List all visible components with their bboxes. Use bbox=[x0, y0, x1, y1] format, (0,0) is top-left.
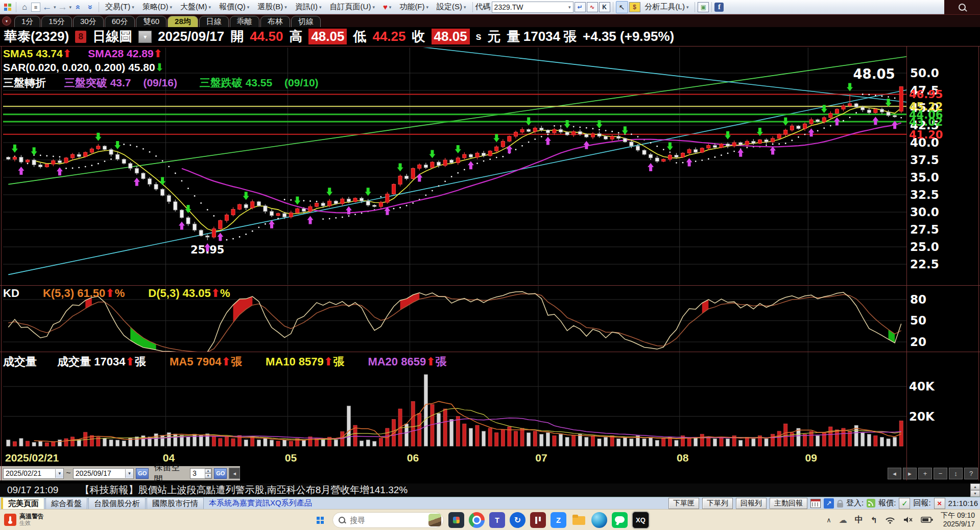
login-status-icon[interactable] bbox=[867, 499, 875, 508]
tab-15min[interactable]: 15分 bbox=[41, 16, 72, 27]
date-from-combo[interactable]: 2025/02/21▾ bbox=[3, 468, 64, 479]
order-row-button[interactable]: 下單列 bbox=[702, 498, 733, 509]
menu-market[interactable]: 大盤(M)▾ bbox=[177, 1, 214, 13]
line-app-icon[interactable] bbox=[612, 512, 628, 528]
symbol-combo[interactable]: 2329.TW▾ bbox=[492, 2, 573, 13]
tab-1min[interactable]: 1分 bbox=[14, 16, 40, 27]
pen-input-icon[interactable]: ↰ bbox=[871, 515, 877, 525]
menu-stockpick[interactable]: 選股(B)▾ bbox=[254, 1, 291, 13]
expand-icon[interactable]: ↗ bbox=[824, 498, 834, 509]
fit-vertical-icon[interactable]: ↕ bbox=[949, 468, 963, 479]
sync-app-icon[interactable]: ↻ bbox=[510, 512, 525, 528]
tab-bollinger[interactable]: 布林 bbox=[260, 16, 290, 27]
help-icon[interactable]: ? bbox=[964, 468, 978, 479]
ticker-scrollbar[interactable]: ▲▼ bbox=[970, 483, 980, 497]
tab-trendline[interactable]: 切線 bbox=[291, 16, 321, 27]
buy-arrow-icon bbox=[506, 145, 512, 153]
corner-search[interactable] bbox=[944, 0, 980, 14]
menu-settings[interactable]: 設定(S)▾ bbox=[433, 1, 470, 13]
menu-analysis-tools[interactable]: 分析工具(L)▾ bbox=[641, 1, 692, 13]
order-box-button[interactable]: 下單匣 bbox=[668, 498, 699, 509]
facebook-icon[interactable]: f bbox=[714, 3, 724, 12]
start-icon[interactable] bbox=[313, 513, 328, 528]
calendar-icon[interactable] bbox=[810, 499, 821, 508]
go-button[interactable]: GO bbox=[136, 468, 149, 479]
search-input[interactable] bbox=[349, 515, 417, 525]
report-row-button[interactable]: 回報列 bbox=[736, 498, 767, 509]
pan-left-icon[interactable]: ◂ bbox=[888, 468, 901, 479]
mini-chart-icon[interactable]: ∿ bbox=[587, 2, 598, 12]
tab-dual60[interactable]: 雙60 bbox=[136, 16, 166, 27]
edge-icon[interactable] bbox=[591, 512, 607, 528]
volume-muted-icon[interactable] bbox=[903, 516, 913, 524]
candle-body bbox=[456, 158, 460, 163]
menu-strategy[interactable]: 策略(D)▾ bbox=[139, 1, 176, 13]
tab-60min[interactable]: 60分 bbox=[105, 16, 135, 27]
weather-warning-widget[interactable]: 高溫警告 生效 bbox=[0, 513, 76, 526]
menu-trade[interactable]: 交易(T)▾ bbox=[102, 1, 138, 13]
date-to-combo[interactable]: 2025/09/17▾ bbox=[73, 468, 134, 479]
lock-icon[interactable] bbox=[837, 503, 843, 508]
kd-chart-canvas[interactable]: 805020 bbox=[0, 286, 980, 352]
monitor-icon[interactable]: ▣ bbox=[698, 2, 709, 12]
photos-app-icon[interactable] bbox=[448, 512, 464, 528]
back-caret-icon[interactable]: ▾ bbox=[54, 5, 56, 10]
xq-app-icon[interactable]: XQ bbox=[632, 512, 649, 528]
chrome-icon[interactable] bbox=[469, 512, 485, 528]
workspace-tab-intl[interactable]: 國際股市行情 bbox=[147, 497, 204, 509]
enter-icon[interactable]: ↵ bbox=[575, 2, 586, 12]
tab-menu-button[interactable]: ▾ bbox=[2, 16, 11, 26]
zoom-in-icon[interactable]: + bbox=[918, 468, 932, 479]
price-chart-canvas[interactable]: 50.047.545.042.540.037.535.032.530.027.5… bbox=[0, 47, 980, 286]
search-box[interactable] bbox=[332, 512, 444, 528]
reserve-space-stepper[interactable]: 3▲▼ bbox=[190, 468, 212, 479]
favorites-heart-icon[interactable]: ♥▾ bbox=[379, 2, 395, 12]
search-highlight-thumbnail[interactable] bbox=[428, 514, 441, 526]
page-down-icon[interactable]: » bbox=[85, 2, 96, 13]
news-ticker[interactable]: 09/17 21:09 【科技新報】股價站上波段高點遭列警示股,南亞科公布8月營… bbox=[0, 483, 980, 497]
wifi-icon[interactable] bbox=[885, 516, 895, 524]
app-grid-icon[interactable] bbox=[2, 2, 13, 13]
menu-quote[interactable]: 報價(Q)▾ bbox=[216, 1, 253, 13]
stocks-app-icon[interactable] bbox=[530, 512, 546, 528]
workspace-tab-tw-analysis[interactable]: 台股個股分析 bbox=[88, 497, 146, 509]
scroll-left-button[interactable]: ◂ bbox=[229, 468, 240, 479]
taskbar-clock[interactable]: 下午 09:10 2025/9/17 bbox=[941, 511, 975, 528]
page-list-icon[interactable]: ≡ bbox=[31, 3, 40, 12]
tab-30min[interactable]: 30分 bbox=[73, 16, 104, 27]
onedrive-cloud-icon[interactable]: ☁ bbox=[839, 515, 847, 525]
volume-chart-canvas[interactable]: 40K20K bbox=[0, 352, 980, 451]
battery-icon[interactable] bbox=[921, 516, 933, 523]
quote-ok-icon[interactable]: ✓ bbox=[899, 498, 910, 509]
forward-icon[interactable]: → bbox=[57, 2, 68, 13]
menu-function[interactable]: 功能(F)▾ bbox=[396, 1, 432, 13]
menu-custom-page[interactable]: 自訂頁面(U)▾ bbox=[326, 1, 378, 13]
folder-app-icon[interactable] bbox=[571, 512, 587, 528]
tab-28ma[interactable]: 28均 bbox=[168, 16, 198, 27]
forward-caret-icon[interactable]: ▾ bbox=[69, 5, 72, 10]
charttype-dropdown[interactable]: ▾ bbox=[138, 31, 152, 43]
workspace-tab-perfect[interactable]: 完美頁面 bbox=[1, 497, 44, 509]
go-button-2[interactable]: GO bbox=[214, 468, 227, 479]
zoom-out-icon[interactable]: − bbox=[934, 468, 947, 479]
dollar-tool-icon[interactable]: $ bbox=[629, 2, 640, 12]
cursor-tool-icon[interactable]: ↖ bbox=[616, 1, 628, 13]
scroll-up-icon[interactable]: ▲ bbox=[970, 483, 980, 490]
tab-daily[interactable]: 日線 bbox=[199, 16, 229, 27]
z-app-icon[interactable]: Z bbox=[551, 512, 566, 528]
pan-right-icon[interactable]: ▸ bbox=[903, 468, 917, 479]
tray-expand-icon[interactable]: ∧ bbox=[826, 516, 831, 524]
active-report-button[interactable]: 主動回報 bbox=[770, 498, 807, 509]
ime-indicator[interactable]: 中 bbox=[855, 515, 863, 525]
teams-icon[interactable]: T bbox=[489, 512, 505, 528]
tab-bias[interactable]: 乖離 bbox=[230, 16, 259, 27]
news-text[interactable]: 【科技新報】股價站上波段高點遭列警示股,南亞科公布8月營收年增141.32% bbox=[80, 483, 408, 497]
home-icon[interactable]: ⌂ bbox=[19, 2, 30, 13]
k-chart-icon[interactable]: K bbox=[599, 2, 610, 12]
scroll-down-icon[interactable]: ▼ bbox=[970, 490, 980, 497]
report-fail-icon[interactable]: × bbox=[934, 498, 945, 509]
workspace-tab-composite[interactable]: 綜合看盤 bbox=[45, 497, 87, 509]
menu-info[interactable]: 資訊(I)▾ bbox=[292, 1, 325, 13]
page-up-icon[interactable]: « bbox=[73, 2, 84, 13]
back-icon[interactable]: ← bbox=[41, 2, 53, 13]
